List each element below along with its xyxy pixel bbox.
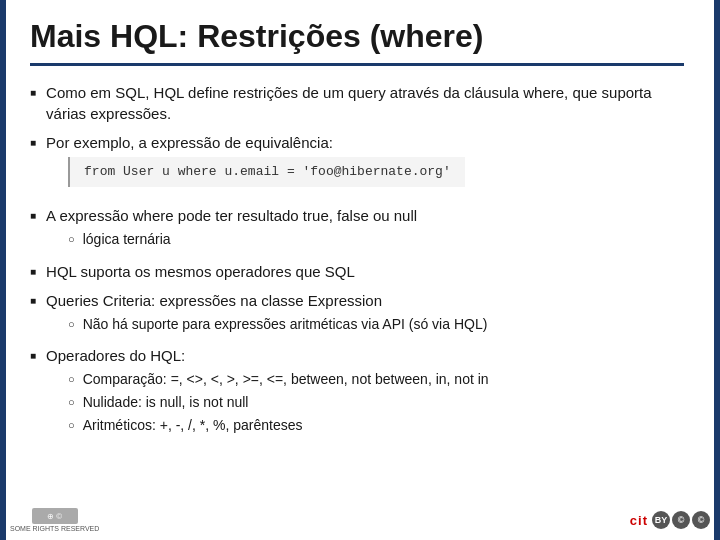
sub-list-5: Não há suporte para expressões aritmétic… xyxy=(68,315,487,338)
right-accent-border xyxy=(714,0,720,540)
sub-list-6: Comparação: =, <>, <, >, >=, <=, between… xyxy=(68,370,489,438)
bullet-text-5: Queries Criteria: expressões na classe E… xyxy=(46,290,487,338)
bullet-item-5: Queries Criteria: expressões na classe E… xyxy=(30,290,684,338)
footer-badges: BY © © xyxy=(652,511,710,529)
footer-license-text: SOME RIGHTS RESERVED xyxy=(10,525,99,532)
sub-item-3-1: lógica ternária xyxy=(68,230,417,250)
left-accent-border xyxy=(0,0,6,540)
sub-item-6-3: Aritméticos: +, -, /, *, %, parênteses xyxy=(68,416,489,436)
bullet-item-3: A expressão where pode ter resultado tru… xyxy=(30,205,684,253)
sub-item-6-1: Comparação: =, <>, <, >, >=, <=, between… xyxy=(68,370,489,390)
bullet-item-2: Por exemplo, a expressão de equivalência… xyxy=(30,132,684,197)
bullet-item-4: HQL suporta os mesmos operadores que SQL xyxy=(30,261,684,282)
footer-left: ⊕ © SOME RIGHTS RESERVED xyxy=(10,508,99,532)
bullet-text-1: Como em SQL, HQL define restrições de um… xyxy=(46,82,684,124)
bullet-item-1: Como em SQL, HQL define restrições de um… xyxy=(30,82,684,124)
code-block-hql: from User u where u.email = 'foo@hiberna… xyxy=(68,157,465,187)
cc-icon: ⊕ © xyxy=(47,512,62,521)
sub-list-3: lógica ternária xyxy=(68,230,417,253)
sub-item-6-2: Nulidade: is null, is not null xyxy=(68,393,489,413)
sub-item-5-1: Não há suporte para expressões aritmétic… xyxy=(68,315,487,335)
bullet-item-6: Operadores do HQL: Comparação: =, <>, <,… xyxy=(30,345,684,438)
bullet-text-6: Operadores do HQL: Comparação: =, <>, <,… xyxy=(46,345,489,438)
footer-right: cit BY © © xyxy=(630,511,710,529)
badge-sa: © xyxy=(672,511,690,529)
slide-content: Mais HQL: Restrições (where) Como em SQL… xyxy=(0,0,720,464)
slide-title: Mais HQL: Restrições (where) xyxy=(30,18,684,66)
badge-by: BY xyxy=(652,511,670,529)
bullet-text-4: HQL suporta os mesmos operadores que SQL xyxy=(46,261,355,282)
footer: ⊕ © SOME RIGHTS RESERVED cit BY © © xyxy=(10,508,710,532)
slide: Mais HQL: Restrições (where) Como em SQL… xyxy=(0,0,720,540)
bullet-text-2: Por exemplo, a expressão de equivalência… xyxy=(46,132,465,197)
bullet-list: Como em SQL, HQL define restrições de um… xyxy=(30,82,684,438)
footer-brand: cit xyxy=(630,513,648,528)
bullet-text-3: A expressão where pode ter resultado tru… xyxy=(46,205,417,253)
badge-nc: © xyxy=(692,511,710,529)
